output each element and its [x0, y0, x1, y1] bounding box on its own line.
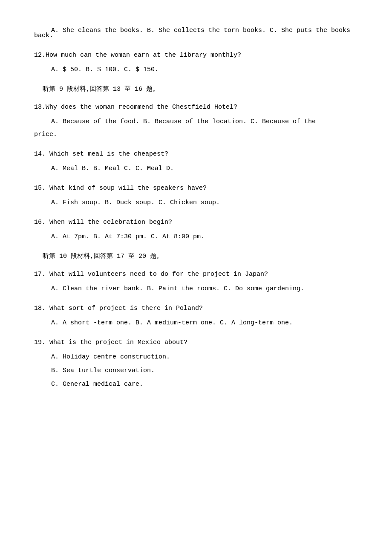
q18-options-text: A. A short -term one. B. A medium-term o…: [51, 319, 293, 327]
section-10-note: 听第 10 段材料,回答第 17 至 20 题。: [34, 251, 358, 262]
q17-label: 17. What will volunteers need to do for …: [34, 271, 268, 278]
q11-option-text-line1: A. She cleans the books. B. She collects…: [51, 27, 350, 34]
q11-back: back.: [34, 32, 53, 39]
question-18-block: 18. What sort of project is there in Pol…: [34, 304, 358, 328]
q17-text: 17. What will volunteers need to do for …: [34, 269, 358, 280]
question-17-block: 17. What will volunteers need to do for …: [34, 269, 358, 294]
q19-option-c: C. General medical care.: [51, 379, 358, 390]
q15-text: 15. What kind of soup will the speakers …: [34, 183, 358, 194]
q14-text: 14. Which set meal is the cheapest?: [34, 149, 358, 159]
q18-options: A. A short -term one. B. A medium-term o…: [34, 318, 358, 328]
q13-continuation: price.: [34, 130, 358, 140]
q11-options-line1: A. She cleans the books. B. She collects…: [34, 26, 358, 36]
q16-options: A. At 7pm. B. At 7:30 pm. C. At 8:00 pm.: [34, 232, 358, 242]
q14-options-text: A. Meal B. B. Meal C. C. Meal D.: [51, 165, 174, 172]
q19-options: A. Holiday centre construction. B. Sea t…: [34, 352, 358, 390]
q19-option-b: B. Sea turtle conservation.: [51, 366, 358, 376]
section-9-text: 听第 9 段材料,回答第 13 至 16 题。: [43, 86, 159, 93]
q14-label: 14. Which set meal is the cheapest?: [34, 150, 168, 158]
q16-options-text: A. At 7pm. B. At 7:30 pm. C. At 8:00 pm.: [51, 233, 205, 240]
q12-options-text: A. $ 50. B. $ 100. C. $ 150.: [51, 66, 159, 73]
q12-text: 12.How much can the woman earn at the li…: [34, 50, 358, 61]
q15-options: A. Fish soup. B. Duck soup. C. Chicken s…: [34, 198, 358, 208]
question-11-block: A. She cleans the books. B. She collects…: [34, 26, 358, 41]
q16-label: 16. When will the celebration begin?: [34, 219, 172, 226]
q15-options-text: A. Fish soup. B. Duck soup. C. Chicken s…: [51, 199, 220, 206]
q15-label: 15. What kind of soup will the speakers …: [34, 185, 207, 192]
q19-option-a: A. Holiday centre construction.: [51, 352, 358, 362]
q13-price: price.: [34, 131, 57, 138]
q19-text: 19. What is the project in Mexico about?: [34, 338, 358, 348]
section-9-note: 听第 9 段材料,回答第 13 至 16 题。: [34, 84, 358, 95]
q17-options: A. Clean the river bank. B. Paint the ro…: [34, 284, 358, 294]
q14-options: A. Meal B. B. Meal C. C. Meal D.: [34, 164, 358, 174]
q18-label: 18. What sort of project is there in Pol…: [34, 305, 203, 312]
q13-label: 13.Why does the woman recommend the Ches…: [34, 104, 237, 111]
question-19-block: 19. What is the project in Mexico about?…: [34, 338, 358, 390]
q17-options-text: A. Clean the river bank. B. Paint the ro…: [51, 285, 304, 292]
q13-options-line1: A. Because of the food. B. Because of th…: [34, 117, 358, 127]
q18-text: 18. What sort of project is there in Pol…: [34, 304, 358, 314]
q13-options-text-line1: A. Because of the food. B. Because of th…: [51, 118, 316, 125]
question-15-block: 15. What kind of soup will the speakers …: [34, 183, 358, 208]
q12-label: 12.How much can the woman earn at the li…: [34, 52, 241, 59]
q16-text: 16. When will the celebration begin?: [34, 217, 358, 228]
question-14-block: 14. Which set meal is the cheapest? A. M…: [34, 149, 358, 174]
q19-label: 19. What is the project in Mexico about?: [34, 339, 187, 346]
question-16-block: 16. When will the celebration begin? A. …: [34, 217, 358, 242]
question-13-block: 13.Why does the woman recommend the Ches…: [34, 102, 358, 140]
question-12-block: 12.How much can the woman earn at the li…: [34, 50, 358, 75]
q13-text: 13.Why does the woman recommend the Ches…: [34, 102, 358, 113]
section-10-text: 听第 10 段材料,回答第 17 至 20 题。: [43, 253, 163, 260]
q12-options: A. $ 50. B. $ 100. C. $ 150.: [34, 65, 358, 75]
